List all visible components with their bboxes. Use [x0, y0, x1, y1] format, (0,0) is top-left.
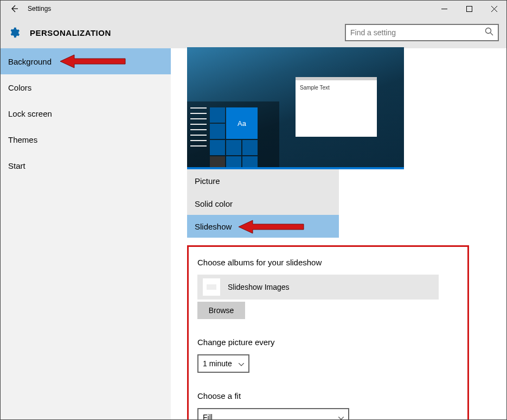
chevron-down-icon [338, 413, 344, 420]
minimize-icon [441, 6, 447, 12]
svg-point-1 [486, 28, 491, 34]
maximize-button[interactable] [457, 1, 482, 17]
album-name: Slideshow Images [228, 283, 290, 291]
sidebar-item-colors[interactable]: Colors [1, 74, 171, 100]
fit-select[interactable]: Fill [197, 408, 349, 420]
preview-sample-text: Sample Text [300, 85, 330, 91]
dropdown-option-label: Solid color [195, 199, 233, 208]
dropdown-option-slideshow[interactable]: Slideshow [187, 215, 339, 238]
background-type-dropdown[interactable]: Picture Solid color Slideshow [187, 169, 339, 238]
search-input[interactable] [350, 28, 485, 37]
sidebar-item-lock-screen[interactable]: Lock screen [1, 100, 171, 126]
dropdown-option-label: Slideshow [195, 222, 232, 231]
folder-thumbnail-icon [203, 278, 220, 296]
svg-rect-0 [466, 6, 472, 11]
dropdown-option-solid-color[interactable]: Solid color [187, 192, 339, 215]
svg-marker-2 [60, 55, 125, 68]
window-title: Settings [28, 5, 51, 12]
minimize-button[interactable] [432, 1, 457, 17]
back-button[interactable] [6, 1, 22, 17]
change-interval-value: 1 minute [203, 359, 232, 368]
breadcrumb: PERSONALIZATION [30, 28, 111, 37]
preview-sample-window: Sample Text [296, 77, 377, 137]
arrow-left-icon [10, 4, 18, 13]
annotation-arrow-icon [239, 219, 309, 234]
browse-button[interactable]: Browse [197, 302, 245, 319]
change-interval-select[interactable]: 1 minute [197, 354, 249, 373]
search-box[interactable] [345, 24, 499, 41]
choose-fit-label: Choose a fit [197, 391, 459, 400]
albums-label: Choose albums for your slideshow [197, 258, 459, 267]
sidebar-item-start[interactable]: Start [1, 152, 171, 179]
close-button[interactable] [482, 1, 506, 17]
sidebar-item-label: Lock screen [8, 109, 52, 118]
dropdown-option-picture[interactable]: Picture [187, 169, 339, 192]
sidebar-item-label: Background [8, 57, 52, 66]
sidebar-item-themes[interactable]: Themes [1, 126, 171, 152]
sidebar-item-label: Colors [8, 83, 31, 92]
close-icon [491, 6, 497, 12]
sidebar-item-background[interactable]: Background [1, 48, 171, 74]
gear-icon [8, 27, 20, 39]
slideshow-settings-panel: Choose albums for your slideshow Slidesh… [187, 245, 469, 420]
sidebar: Background Colors Lock screen Themes Sta… [1, 48, 171, 419]
sidebar-item-label: Start [8, 161, 25, 170]
maximize-icon [466, 6, 472, 12]
chevron-down-icon [239, 359, 244, 368]
fit-value: Fill [203, 413, 213, 420]
sidebar-item-label: Themes [8, 135, 37, 144]
annotation-arrow-icon [60, 54, 131, 69]
search-icon [485, 27, 493, 38]
album-row[interactable]: Slideshow Images [197, 275, 439, 300]
change-picture-label: Change picture every [197, 338, 459, 347]
desktop-preview: Aa Sample Text [187, 47, 404, 169]
svg-marker-3 [239, 220, 304, 233]
preview-tile-label: Aa [226, 107, 258, 139]
dropdown-option-label: Picture [195, 176, 220, 186]
